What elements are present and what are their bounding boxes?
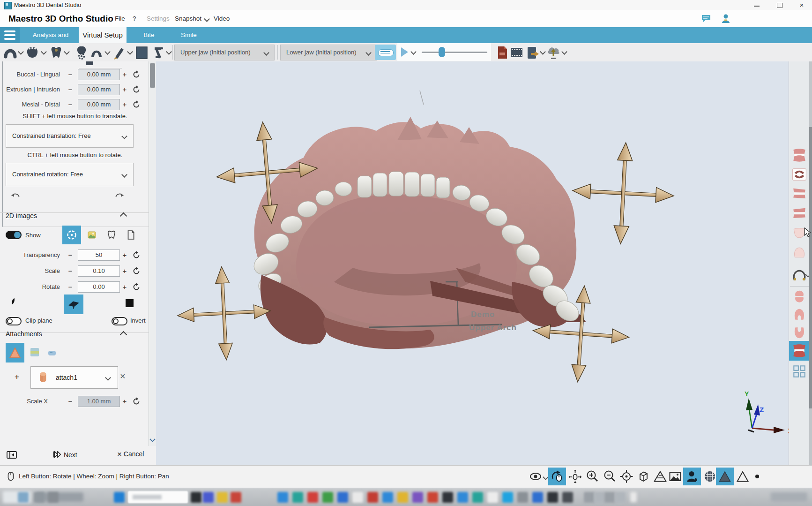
decrement-button[interactable]: − <box>66 281 75 293</box>
increment-button[interactable]: + <box>120 83 129 96</box>
show-2d-toggle[interactable] <box>6 231 22 239</box>
user-profile-icon[interactable] <box>721 13 732 24</box>
taskbar-icon[interactable] <box>615 492 626 503</box>
taskbar-icon[interactable] <box>412 492 423 503</box>
taskbar-icon[interactable] <box>502 492 513 503</box>
value-field[interactable]: 0.00 mm <box>78 99 120 110</box>
zoom-in-icon[interactable] <box>585 469 600 484</box>
redo-icon[interactable] <box>114 189 126 200</box>
menu-settings[interactable]: Settings <box>147 10 170 27</box>
taskbar-icon[interactable] <box>307 492 318 503</box>
view-left-side-icon[interactable] <box>791 187 807 201</box>
panel-scrollbar[interactable] <box>149 61 156 446</box>
tooth-chevron-icon[interactable] <box>64 49 70 55</box>
tooth-tool-icon[interactable] <box>49 45 64 60</box>
maximize-button[interactable] <box>772 0 786 10</box>
image-target-mode-button[interactable] <box>62 226 81 244</box>
decrement-button[interactable]: − <box>66 98 75 111</box>
taskbar-icon[interactable] <box>114 492 125 503</box>
taskbar-icon[interactable] <box>487 492 498 503</box>
visibility-chevron-icon[interactable] <box>543 474 549 480</box>
reset-icon[interactable] <box>132 282 141 292</box>
articulator-chevron-icon[interactable] <box>166 49 172 55</box>
decrement-button[interactable]: − <box>66 68 75 81</box>
remove-attachment-button[interactable]: × <box>120 371 126 382</box>
menu-help[interactable]: ? <box>133 10 136 27</box>
export-video-icon[interactable] <box>509 45 524 60</box>
view-open-bite-icon[interactable] <box>791 167 807 181</box>
ipr-tool-icon[interactable] <box>112 45 127 60</box>
viewport-3d[interactable]: Demo Upper Arch <box>156 61 812 465</box>
upper-arch-tool-icon[interactable] <box>3 45 18 60</box>
patient-view-selected[interactable] <box>683 468 701 485</box>
cloud-upload-icon[interactable] <box>546 45 561 60</box>
tab-analysis-and-measures[interactable]: Analysis and measures <box>22 27 79 43</box>
increment-button[interactable]: + <box>120 98 129 111</box>
taskbar-icon[interactable] <box>34 492 45 503</box>
reset-icon[interactable] <box>132 70 141 79</box>
arch-chevron-icon[interactable] <box>104 49 111 55</box>
scale-x-field[interactable]: 1.00 mm <box>78 396 120 407</box>
wireframe-mesh-icon[interactable] <box>653 469 668 484</box>
increment-button[interactable]: + <box>120 249 129 261</box>
center-view-icon[interactable] <box>619 469 634 484</box>
upper-jaw-select[interactable]: Upper jaw (Initial position) <box>174 45 275 60</box>
menu-snapshot[interactable]: Snapshot <box>175 10 201 27</box>
flat-shading-icon[interactable] <box>736 469 751 484</box>
taskbar-icon[interactable] <box>427 492 438 503</box>
jaw-gear-tool-icon[interactable] <box>74 45 89 60</box>
taskbar-icon[interactable] <box>217 492 228 503</box>
play-icon[interactable] <box>401 47 408 57</box>
panel-scrollbar-thumb[interactable] <box>150 63 155 88</box>
hamburger-menu-icon[interactable] <box>0 27 20 43</box>
view-lower-occlusal-icon[interactable] <box>791 326 807 340</box>
taskbar-icon[interactable] <box>292 492 303 503</box>
transparency-field[interactable]: 50 <box>78 249 120 261</box>
constrained-rotation-dropdown[interactable]: Constrained rotation: Free <box>6 163 134 186</box>
snapshot-chevron-icon[interactable] <box>204 16 210 22</box>
taskbar-icon[interactable] <box>457 492 468 503</box>
animation-slider[interactable] <box>422 52 487 53</box>
right-scrollbar-thumb[interactable] <box>809 127 812 408</box>
view-arch-pair-icon[interactable] <box>791 289 807 303</box>
cancel-button[interactable]: × Cancel <box>117 450 144 462</box>
constrained-translation-dropdown[interactable]: Constrained translation: Free <box>6 124 134 148</box>
view-both-jaws-icon[interactable] <box>791 148 807 162</box>
increment-button[interactable]: + <box>120 281 129 293</box>
black-square-icon[interactable] <box>126 299 134 307</box>
taskbar-icon[interactable] <box>277 492 288 503</box>
undo-icon[interactable] <box>9 189 21 200</box>
taskbar-icon[interactable] <box>191 492 201 503</box>
screenshot-image-icon[interactable] <box>668 469 683 484</box>
reset-icon[interactable] <box>132 100 141 109</box>
lower-jaw-select[interactable]: Lower jaw (Initial position) <box>280 45 377 60</box>
decrement-button[interactable]: − <box>66 83 75 96</box>
invert-toggle[interactable] <box>112 317 127 325</box>
attachment-select[interactable]: attach1 <box>30 366 118 389</box>
point-render-icon[interactable] <box>755 475 759 478</box>
increment-button[interactable]: + <box>120 395 129 408</box>
right-scrollbar[interactable] <box>809 61 812 465</box>
reset-icon[interactable] <box>132 397 141 406</box>
taskbar-icon[interactable] <box>562 492 573 503</box>
taskbar-icon[interactable] <box>322 492 333 503</box>
visibility-eye-icon[interactable] <box>529 469 544 484</box>
page-icon[interactable] <box>126 230 136 240</box>
tooth-overlay-icon[interactable] <box>106 230 117 240</box>
upper-arch-chevron-icon[interactable] <box>18 49 24 55</box>
attachment-triangle-button[interactable] <box>6 343 24 363</box>
value-field[interactable]: 0.00 mm <box>78 84 120 95</box>
extraction-square-icon[interactable] <box>134 45 149 60</box>
view-upper-ghost-icon[interactable] <box>791 246 807 260</box>
view-both-jaws-selected[interactable] <box>789 341 810 361</box>
ipr-chevron-icon[interactable] <box>127 49 133 55</box>
add-attachment-button[interactable]: + <box>12 371 22 383</box>
view-upper-occlusal-icon[interactable] <box>791 307 807 321</box>
animation-slider-knob[interactable] <box>439 47 445 57</box>
bar-attachment-icon[interactable] <box>47 348 57 358</box>
bounding-box-icon[interactable] <box>636 469 651 484</box>
taskbar-icon[interactable] <box>352 492 363 503</box>
reset-icon[interactable] <box>132 250 141 260</box>
export-model-chevron-icon[interactable] <box>540 49 546 55</box>
taskbar-icon[interactable] <box>584 492 595 503</box>
